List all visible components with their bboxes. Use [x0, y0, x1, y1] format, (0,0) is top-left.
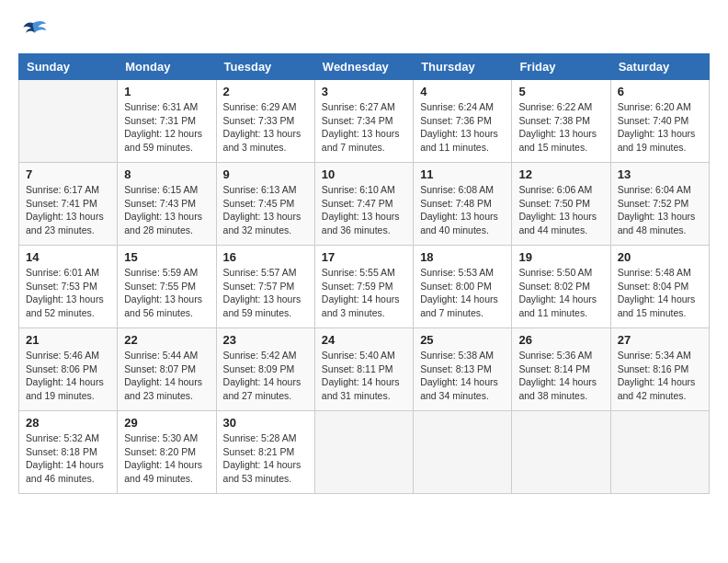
day-number: 18 — [420, 250, 505, 264]
day-number: 27 — [618, 333, 702, 347]
cell-info: Sunrise: 5:38 AMSunset: 8:13 PMDaylight:… — [420, 349, 505, 403]
day-number: 22 — [124, 333, 209, 347]
day-number: 20 — [618, 250, 702, 264]
calendar-cell: 2Sunrise: 6:29 AMSunset: 7:33 PMDaylight… — [216, 80, 314, 163]
day-number: 3 — [322, 85, 406, 98]
day-number: 21 — [26, 333, 110, 347]
cell-info: Sunrise: 5:50 AMSunset: 8:02 PMDaylight:… — [518, 266, 603, 320]
cell-info: Sunrise: 6:04 AMSunset: 7:52 PMDaylight:… — [618, 183, 702, 237]
cell-info: Sunrise: 6:31 AMSunset: 7:31 PMDaylight:… — [124, 100, 209, 155]
week-row-5: 28Sunrise: 5:32 AMSunset: 8:18 PMDayligh… — [19, 411, 710, 494]
cell-info: Sunrise: 5:32 AMSunset: 8:18 PMDaylight:… — [26, 431, 110, 486]
cell-info: Sunrise: 5:55 AMSunset: 7:59 PMDaylight:… — [322, 266, 406, 320]
day-number: 25 — [420, 333, 505, 347]
cell-info: Sunrise: 6:10 AMSunset: 7:47 PMDaylight:… — [322, 183, 406, 237]
calendar-cell: 1Sunrise: 6:31 AMSunset: 7:31 PMDaylight… — [118, 80, 216, 163]
day-number: 4 — [420, 85, 505, 98]
cell-info: Sunrise: 5:34 AMSunset: 8:16 PMDaylight:… — [618, 349, 702, 403]
calendar-cell — [414, 411, 512, 494]
calendar-table: SundayMondayTuesdayWednesdayThursdayFrid… — [18, 53, 710, 494]
day-number: 8 — [124, 167, 209, 181]
day-number: 29 — [124, 416, 209, 430]
day-number: 11 — [420, 167, 505, 181]
day-number: 17 — [322, 250, 406, 264]
calendar-cell: 6Sunrise: 6:20 AMSunset: 7:40 PMDaylight… — [610, 80, 709, 163]
calendar-cell: 15Sunrise: 5:59 AMSunset: 7:55 PMDayligh… — [118, 246, 216, 328]
calendar-cell: 12Sunrise: 6:06 AMSunset: 7:50 PMDayligh… — [512, 163, 610, 246]
day-number: 10 — [322, 167, 406, 181]
page-header — [18, 18, 710, 44]
calendar-cell — [512, 411, 610, 494]
calendar-cell: 23Sunrise: 5:42 AMSunset: 8:09 PMDayligh… — [216, 328, 314, 411]
cell-info: Sunrise: 5:48 AMSunset: 8:04 PMDaylight:… — [618, 266, 702, 320]
logo-bird-icon — [18, 18, 48, 44]
calendar-cell: 16Sunrise: 5:57 AMSunset: 7:57 PMDayligh… — [216, 246, 314, 328]
calendar-cell: 25Sunrise: 5:38 AMSunset: 8:13 PMDayligh… — [414, 328, 512, 411]
cell-info: Sunrise: 5:59 AMSunset: 7:55 PMDaylight:… — [124, 266, 209, 320]
calendar-cell: 7Sunrise: 6:17 AMSunset: 7:41 PMDaylight… — [19, 163, 118, 246]
cell-info: Sunrise: 5:53 AMSunset: 8:00 PMDaylight:… — [420, 266, 505, 320]
cell-info: Sunrise: 6:01 AMSunset: 7:53 PMDaylight:… — [26, 266, 110, 320]
calendar-cell: 20Sunrise: 5:48 AMSunset: 8:04 PMDayligh… — [610, 246, 709, 328]
calendar-cell: 24Sunrise: 5:40 AMSunset: 8:11 PMDayligh… — [314, 328, 413, 411]
logo — [18, 18, 53, 44]
calendar-cell: 9Sunrise: 6:13 AMSunset: 7:45 PMDaylight… — [216, 163, 314, 246]
day-number: 26 — [518, 333, 603, 347]
day-number: 24 — [322, 333, 406, 347]
day-number: 14 — [26, 250, 110, 264]
calendar-cell: 26Sunrise: 5:36 AMSunset: 8:14 PMDayligh… — [512, 328, 610, 411]
cell-info: Sunrise: 6:15 AMSunset: 7:43 PMDaylight:… — [124, 183, 209, 237]
day-number: 13 — [618, 167, 702, 181]
cell-info: Sunrise: 5:28 AMSunset: 8:21 PMDaylight:… — [223, 431, 308, 486]
day-number: 30 — [223, 416, 308, 430]
calendar-cell: 11Sunrise: 6:08 AMSunset: 7:48 PMDayligh… — [414, 163, 512, 246]
day-number: 12 — [518, 167, 603, 181]
week-row-4: 21Sunrise: 5:46 AMSunset: 8:06 PMDayligh… — [19, 328, 710, 411]
day-number: 1 — [124, 85, 209, 98]
cell-info: Sunrise: 6:20 AMSunset: 7:40 PMDaylight:… — [618, 100, 702, 155]
calendar-cell: 18Sunrise: 5:53 AMSunset: 8:00 PMDayligh… — [414, 246, 512, 328]
day-number: 19 — [518, 250, 603, 264]
calendar-cell: 8Sunrise: 6:15 AMSunset: 7:43 PMDaylight… — [118, 163, 216, 246]
day-number: 2 — [223, 85, 308, 98]
cell-info: Sunrise: 6:29 AMSunset: 7:33 PMDaylight:… — [223, 100, 308, 155]
col-header-wednesday: Wednesday — [314, 54, 413, 80]
calendar-cell: 10Sunrise: 6:10 AMSunset: 7:47 PMDayligh… — [314, 163, 413, 246]
day-number: 28 — [26, 416, 110, 430]
calendar-cell: 19Sunrise: 5:50 AMSunset: 8:02 PMDayligh… — [512, 246, 610, 328]
week-row-1: 1Sunrise: 6:31 AMSunset: 7:31 PMDaylight… — [19, 80, 710, 163]
day-number: 7 — [26, 167, 110, 181]
cell-info: Sunrise: 6:13 AMSunset: 7:45 PMDaylight:… — [223, 183, 308, 237]
calendar-cell — [610, 411, 709, 494]
cell-info: Sunrise: 6:24 AMSunset: 7:36 PMDaylight:… — [420, 100, 505, 155]
cell-info: Sunrise: 6:22 AMSunset: 7:38 PMDaylight:… — [518, 100, 603, 155]
cell-info: Sunrise: 5:40 AMSunset: 8:11 PMDaylight:… — [322, 349, 406, 403]
day-number: 23 — [223, 333, 308, 347]
col-header-monday: Monday — [118, 54, 216, 80]
calendar-cell: 29Sunrise: 5:30 AMSunset: 8:20 PMDayligh… — [118, 411, 216, 494]
cell-info: Sunrise: 5:36 AMSunset: 8:14 PMDaylight:… — [518, 349, 603, 403]
calendar-cell: 27Sunrise: 5:34 AMSunset: 8:16 PMDayligh… — [610, 328, 709, 411]
calendar-cell: 5Sunrise: 6:22 AMSunset: 7:38 PMDaylight… — [512, 80, 610, 163]
col-header-thursday: Thursday — [414, 54, 512, 80]
cell-info: Sunrise: 5:30 AMSunset: 8:20 PMDaylight:… — [124, 431, 209, 486]
col-header-tuesday: Tuesday — [216, 54, 314, 80]
calendar-cell: 22Sunrise: 5:44 AMSunset: 8:07 PMDayligh… — [118, 328, 216, 411]
col-header-sunday: Sunday — [19, 54, 118, 80]
cell-info: Sunrise: 6:17 AMSunset: 7:41 PMDaylight:… — [26, 183, 110, 237]
calendar-cell: 21Sunrise: 5:46 AMSunset: 8:06 PMDayligh… — [19, 328, 118, 411]
week-row-3: 14Sunrise: 6:01 AMSunset: 7:53 PMDayligh… — [19, 246, 710, 328]
cell-info: Sunrise: 5:57 AMSunset: 7:57 PMDaylight:… — [223, 266, 308, 320]
week-row-2: 7Sunrise: 6:17 AMSunset: 7:41 PMDaylight… — [19, 163, 710, 246]
cell-info: Sunrise: 6:08 AMSunset: 7:48 PMDaylight:… — [420, 183, 505, 237]
calendar-cell: 4Sunrise: 6:24 AMSunset: 7:36 PMDaylight… — [414, 80, 512, 163]
cell-info: Sunrise: 5:44 AMSunset: 8:07 PMDaylight:… — [124, 349, 209, 403]
calendar-cell: 30Sunrise: 5:28 AMSunset: 8:21 PMDayligh… — [216, 411, 314, 494]
calendar-cell: 17Sunrise: 5:55 AMSunset: 7:59 PMDayligh… — [314, 246, 413, 328]
calendar-header-row: SundayMondayTuesdayWednesdayThursdayFrid… — [19, 54, 710, 80]
day-number: 6 — [618, 85, 702, 98]
calendar-cell: 13Sunrise: 6:04 AMSunset: 7:52 PMDayligh… — [610, 163, 709, 246]
day-number: 16 — [223, 250, 308, 264]
day-number: 5 — [518, 85, 603, 98]
calendar-cell: 14Sunrise: 6:01 AMSunset: 7:53 PMDayligh… — [19, 246, 118, 328]
